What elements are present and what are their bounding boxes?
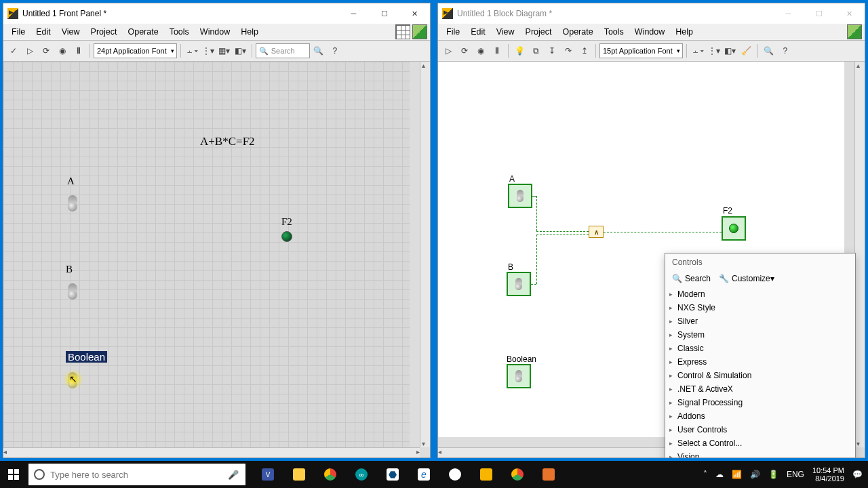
bd-menu-file[interactable]: File bbox=[441, 26, 465, 38]
task-explorer-icon[interactable] bbox=[283, 461, 315, 488]
bd-run-cont-icon[interactable]: ⟳ bbox=[457, 43, 472, 58]
task-chrome2-icon[interactable] bbox=[502, 461, 533, 488]
bd-pause-icon[interactable]: Ⅱ bbox=[490, 43, 505, 58]
broken-run-icon[interactable]: ✓ bbox=[6, 43, 21, 58]
controls-palette[interactable]: Controls 🔍Search 🔧Customize▾ Modern NXG … bbox=[665, 253, 856, 458]
task-chrome-icon[interactable] bbox=[315, 461, 346, 488]
task-visio-icon[interactable]: V bbox=[252, 461, 283, 488]
palette-item-express[interactable]: Express bbox=[665, 355, 855, 369]
bd-menu-operate[interactable]: Operate bbox=[557, 26, 598, 38]
resize-icon[interactable]: ▦▾ bbox=[217, 43, 232, 58]
palette-item-controlsim[interactable]: Control & Simulation bbox=[665, 369, 855, 382]
fp-menu-edit[interactable]: Edit bbox=[31, 26, 56, 38]
taskbar-search-input[interactable]: Type here to search 🎤 bbox=[28, 464, 245, 485]
fp-canvas[interactable]: A+B*C=F2 A F2 B Boolean ↖ bbox=[3, 62, 410, 458]
task-app-icon[interactable] bbox=[533, 461, 564, 488]
palette-item-nxg[interactable]: NXG Style bbox=[665, 301, 855, 314]
help-icon[interactable]: ? bbox=[328, 43, 342, 58]
bd-close-button[interactable]: ✕ bbox=[834, 3, 865, 24]
reorder-icon[interactable]: ◧▾ bbox=[233, 43, 248, 58]
palette-item-selectctrl[interactable]: Select a Control... bbox=[665, 436, 855, 450]
abort-icon[interactable]: ◉ bbox=[55, 43, 70, 58]
tray-wifi-icon[interactable]: 📶 bbox=[732, 470, 742, 479]
fp-close-button[interactable]: ✕ bbox=[399, 3, 430, 24]
palette-item-vision[interactable]: Vision bbox=[665, 450, 855, 458]
palette-item-dotnet[interactable]: .NET & ActiveX bbox=[665, 382, 855, 396]
toggle-switch-a[interactable] bbox=[68, 195, 77, 211]
fp-horizontal-scrollbar[interactable] bbox=[3, 447, 420, 458]
search-go-icon[interactable]: 🔍 bbox=[311, 43, 326, 58]
fp-menu-view[interactable]: View bbox=[56, 26, 85, 38]
palette-customize[interactable]: 🔧Customize▾ bbox=[719, 274, 774, 283]
mic-icon[interactable]: 🎤 bbox=[228, 470, 239, 480]
start-button[interactable] bbox=[0, 461, 27, 488]
bd-node-f2[interactable] bbox=[722, 216, 746, 241]
palette-item-classic[interactable]: Classic bbox=[665, 342, 855, 355]
palette-search[interactable]: 🔍Search bbox=[672, 274, 711, 283]
fp-menu-project[interactable]: Project bbox=[85, 26, 123, 38]
step-over-icon[interactable]: ↷ bbox=[561, 43, 576, 58]
vi-icon[interactable] bbox=[412, 24, 427, 39]
bd-node-boolean[interactable] bbox=[507, 364, 531, 388]
bd-run-icon[interactable]: ▷ bbox=[441, 43, 456, 58]
distribute-icon[interactable]: ⋮▾ bbox=[201, 43, 216, 58]
fp-search-input[interactable]: 🔍Search bbox=[256, 43, 310, 58]
palette-item-signal[interactable]: Signal Processing bbox=[665, 396, 855, 409]
fp-menu-file[interactable]: File bbox=[6, 26, 31, 38]
bd-maximize-button[interactable]: ☐ bbox=[804, 3, 834, 24]
bd-vi-icon[interactable] bbox=[847, 24, 862, 39]
label-boolean-selected[interactable]: Boolean bbox=[66, 351, 107, 363]
task-snagit-icon[interactable] bbox=[439, 461, 471, 488]
fp-vertical-scrollbar[interactable] bbox=[420, 62, 430, 447]
run-cont-icon[interactable]: ⟳ bbox=[39, 43, 54, 58]
highlight-exec-icon[interactable]: 💡 bbox=[512, 43, 527, 58]
pause-icon[interactable]: Ⅱ bbox=[71, 43, 86, 58]
fp-minimize-button[interactable]: ─ bbox=[338, 3, 369, 24]
task-ie-icon[interactable]: e bbox=[408, 461, 439, 488]
fp-title-bar[interactable]: Untitled 1 Front Panel * ─ ☐ ✕ bbox=[3, 3, 430, 24]
task-labview-icon[interactable] bbox=[471, 461, 502, 488]
palette-item-modern[interactable]: Modern bbox=[665, 287, 855, 301]
tray-up-icon[interactable]: ˄ bbox=[703, 470, 707, 479]
bd-menu-window[interactable]: Window bbox=[629, 26, 670, 38]
bd-menu-help[interactable]: Help bbox=[670, 26, 698, 38]
bd-title-bar[interactable]: Untitled 1 Block Diagram * ─ ☐ ✕ bbox=[438, 3, 865, 24]
align-icon[interactable]: ⫠▾ bbox=[184, 43, 199, 58]
cleanup-icon[interactable]: 🧹 bbox=[739, 43, 754, 58]
step-out-icon[interactable]: ↥ bbox=[577, 43, 592, 58]
palette-item-user[interactable]: User Controls bbox=[665, 423, 855, 436]
task-arduino-icon[interactable]: ∞ bbox=[346, 461, 377, 488]
bd-search-icon[interactable]: 🔍 bbox=[762, 43, 776, 58]
bd-menu-edit[interactable]: Edit bbox=[465, 26, 491, 38]
bd-abort-icon[interactable]: ◉ bbox=[473, 43, 488, 58]
fp-menu-operate[interactable]: Operate bbox=[122, 26, 163, 38]
connector-pane-icon[interactable] bbox=[395, 24, 410, 39]
task-vscode-icon[interactable]: ⬣ bbox=[377, 461, 408, 488]
tray-cloud-icon[interactable]: ☁ bbox=[715, 470, 724, 479]
fp-menu-tools[interactable]: Tools bbox=[164, 26, 195, 38]
fp-maximize-button[interactable]: ☐ bbox=[369, 3, 399, 24]
led-f2[interactable] bbox=[281, 231, 292, 242]
bd-distribute-icon[interactable]: ⋮▾ bbox=[707, 43, 722, 58]
tray-clock[interactable]: 10:54 PM 8/4/2019 bbox=[812, 466, 844, 483]
bd-reorder-icon[interactable]: ◧▾ bbox=[723, 43, 738, 58]
tray-notifications-icon[interactable]: 💬 bbox=[852, 470, 863, 479]
step-in-icon[interactable]: ↧ bbox=[545, 43, 559, 58]
bd-menu-view[interactable]: View bbox=[491, 26, 520, 38]
palette-item-addons[interactable]: Addons bbox=[665, 409, 855, 423]
bd-align-icon[interactable]: ⫠▾ bbox=[690, 43, 705, 58]
bd-minimize-button[interactable]: ─ bbox=[773, 3, 804, 24]
bd-menu-project[interactable]: Project bbox=[520, 26, 557, 38]
font-dropdown[interactable]: 24pt Application Font bbox=[94, 43, 177, 58]
toggle-switch-b[interactable] bbox=[68, 283, 77, 300]
tray-language[interactable]: ENG bbox=[787, 470, 804, 479]
palette-item-silver[interactable]: Silver bbox=[665, 314, 855, 328]
retain-wire-icon[interactable]: ⧉ bbox=[528, 43, 543, 58]
fp-menu-help[interactable]: Help bbox=[235, 26, 264, 38]
bd-menu-tools[interactable]: Tools bbox=[599, 26, 629, 38]
bd-vertical-scrollbar[interactable] bbox=[854, 62, 865, 447]
run-icon[interactable]: ▷ bbox=[22, 43, 37, 58]
tray-volume-icon[interactable]: 🔊 bbox=[750, 470, 760, 479]
tray-battery-icon[interactable]: 🔋 bbox=[768, 470, 778, 479]
bd-node-a[interactable] bbox=[508, 184, 532, 208]
